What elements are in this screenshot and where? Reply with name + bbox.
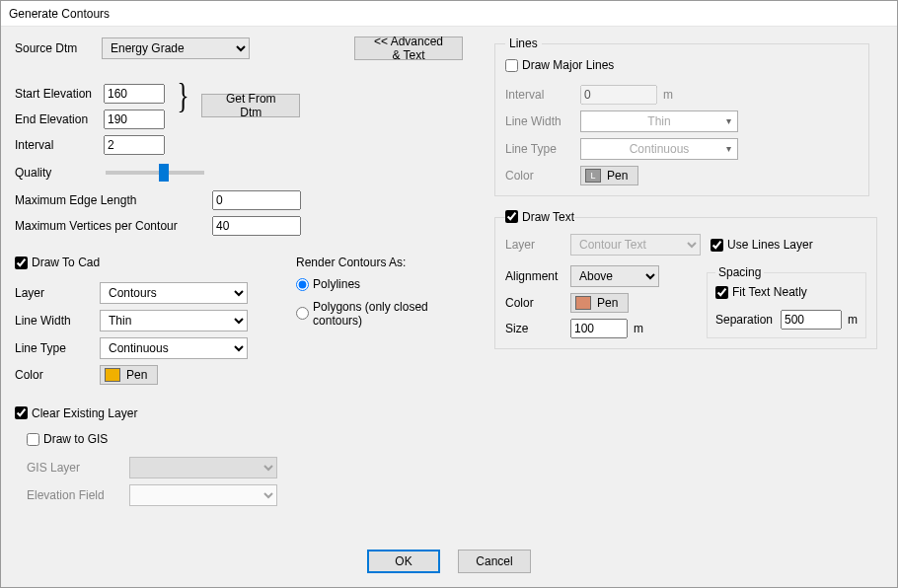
dialog-window: Generate Contours Source Dtm Energy Grad… <box>0 0 898 588</box>
quality-slider[interactable] <box>106 171 204 175</box>
lines-linetype-label: Line Type <box>505 142 580 156</box>
draw-text-checkbox[interactable]: Draw Text <box>505 210 574 224</box>
cad-color-label: Color <box>15 368 100 382</box>
start-elevation-input[interactable] <box>104 84 165 104</box>
left-panel: Source Dtm Energy Grade << Advanced & Te… <box>15 37 479 506</box>
cad-layer-label: Layer <box>15 286 100 300</box>
advanced-text-button[interactable]: << Advanced & Text <box>354 37 463 60</box>
max-vertices-input[interactable] <box>212 216 301 236</box>
spacing-group-legend: Spacing <box>715 265 764 279</box>
cad-pen-swatch <box>105 368 120 382</box>
interval-label: Interval <box>15 138 94 152</box>
cancel-button[interactable]: Cancel <box>458 550 531 573</box>
alignment-label: Alignment <box>505 269 570 283</box>
draw-to-cad-checkbox[interactable]: Draw To Cad <box>15 256 100 269</box>
spacing-group: Spacing Fit Text Neatly Separation m <box>707 265 866 338</box>
alignment-combo[interactable]: Above <box>570 265 659 287</box>
text-size-unit: m <box>634 322 643 335</box>
lines-pen-button: L Pen <box>580 166 638 185</box>
end-elevation-input[interactable] <box>104 110 165 129</box>
lines-pen-swatch: L <box>585 169 601 183</box>
gis-layer-combo <box>129 457 277 478</box>
right-panel: Lines Draw Major Lines Interval m Line W… <box>494 37 869 349</box>
fit-text-neatly-checkbox[interactable]: Fit Text Neatly <box>715 285 807 299</box>
quality-label: Quality <box>15 166 94 180</box>
render-contours-label: Render Contours As: <box>296 256 479 269</box>
lines-interval-input <box>580 85 657 105</box>
cad-linewidth-combo[interactable]: Thin <box>100 310 248 331</box>
text-color-label: Color <box>505 296 570 310</box>
text-layer-label: Layer <box>505 238 570 252</box>
dialog-title: Generate Contours <box>1 1 897 27</box>
text-pen-button[interactable]: Pen <box>570 293 629 313</box>
render-polylines-radio[interactable]: Polylines <box>296 277 360 291</box>
cad-linetype-combo[interactable]: Continuous <box>100 337 248 359</box>
text-group: Draw Text Layer Contour Text Use Lines L… <box>494 210 877 350</box>
render-polygons-radio[interactable]: Polygons (only closed contours) <box>296 300 479 328</box>
elevation-field-label: Elevation Field <box>27 488 129 502</box>
elevation-field-combo <box>129 484 277 506</box>
cad-linewidth-label: Line Width <box>15 314 100 328</box>
lines-group: Lines Draw Major Lines Interval m Line W… <box>494 37 869 196</box>
lines-interval-label: Interval <box>505 88 580 102</box>
max-edge-length-label: Maximum Edge Length <box>15 193 202 207</box>
interval-input[interactable] <box>104 135 165 155</box>
lines-linetype-combo: Continuous▾ <box>580 138 738 160</box>
gis-layer-label: GIS Layer <box>27 461 129 475</box>
footer-buttons: OK Cancel <box>1 550 897 573</box>
chevron-down-icon: ▾ <box>726 115 731 126</box>
start-elevation-label: Start Elevation <box>15 87 94 101</box>
get-from-dtm-button[interactable]: Get From Dtm <box>201 94 300 117</box>
text-size-label: Size <box>505 322 570 335</box>
source-dtm-label: Source Dtm <box>15 41 84 55</box>
chevron-down-icon: ▾ <box>726 143 731 154</box>
text-pen-swatch <box>575 296 591 310</box>
text-layer-combo: Contour Text <box>570 234 701 256</box>
end-elevation-label: End Elevation <box>15 112 94 126</box>
separation-unit: m <box>848 313 858 327</box>
lines-interval-unit: m <box>663 88 673 102</box>
use-lines-layer-checkbox[interactable]: Use Lines Layer <box>711 238 813 252</box>
cad-layer-combo[interactable]: Contours <box>100 282 248 304</box>
lines-linewidth-label: Line Width <box>505 114 580 128</box>
text-size-input[interactable] <box>570 319 628 338</box>
cad-linetype-label: Line Type <box>15 341 100 355</box>
client-area: Source Dtm Energy Grade << Advanced & Te… <box>1 27 897 587</box>
separation-input[interactable] <box>781 310 842 330</box>
draw-to-gis-checkbox[interactable]: Draw to GIS <box>27 432 108 446</box>
lines-linewidth-combo: Thin▾ <box>580 110 738 132</box>
max-vertices-label: Maximum Vertices per Contour <box>15 219 202 233</box>
separation-label: Separation <box>715 313 781 327</box>
lines-group-legend: Lines <box>505 37 542 50</box>
max-edge-length-input[interactable] <box>212 190 301 210</box>
cad-pen-button[interactable]: Pen <box>100 365 158 385</box>
brace-icon: } <box>178 82 189 110</box>
ok-button[interactable]: OK <box>367 550 440 573</box>
lines-color-label: Color <box>505 169 580 183</box>
clear-existing-layer-checkbox[interactable]: Clear Existing Layer <box>15 406 137 420</box>
source-dtm-combo[interactable]: Energy Grade <box>102 37 250 59</box>
draw-major-lines-checkbox[interactable]: Draw Major Lines <box>505 58 614 72</box>
